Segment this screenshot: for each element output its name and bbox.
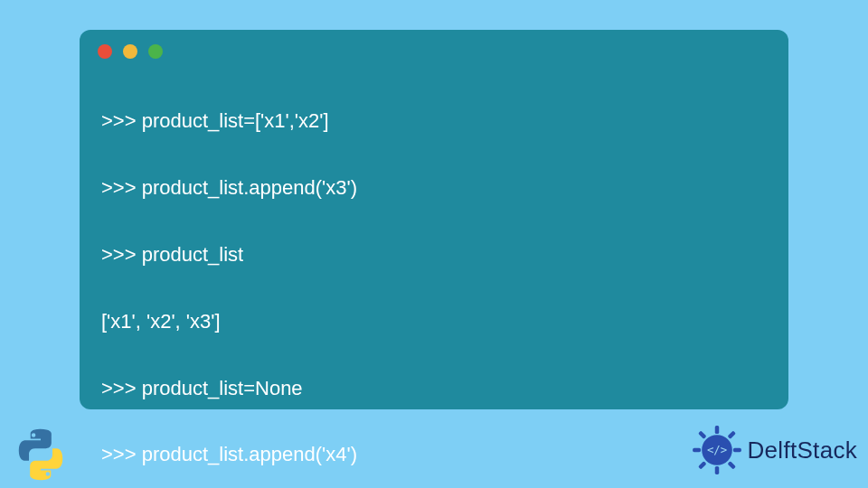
close-icon[interactable] <box>98 44 112 59</box>
maximize-icon[interactable] <box>148 44 163 59</box>
svg-text:</>: </> <box>706 444 726 456</box>
code-line: ['x1', 'x2', 'x3'] <box>101 305 767 339</box>
code-line: >>> product_list.append('x3') <box>101 172 767 205</box>
brand-gear-icon: </> <box>692 425 742 475</box>
svg-rect-3 <box>693 448 701 452</box>
code-line: >>> product_list=['x1','x2'] <box>101 105 767 138</box>
svg-rect-2 <box>714 466 718 474</box>
svg-rect-7 <box>727 430 736 439</box>
svg-rect-8 <box>698 461 707 470</box>
brand-name: DelftStack <box>748 436 858 465</box>
svg-rect-1 <box>714 426 718 434</box>
code-line: >>> product_list=None <box>101 372 767 406</box>
terminal-window: >>> product_list=['x1','x2'] >>> product… <box>80 30 788 409</box>
svg-rect-5 <box>698 430 707 439</box>
window-controls <box>98 44 767 59</box>
svg-rect-4 <box>732 448 741 452</box>
brand-badge: </> DelftStack <box>692 425 858 475</box>
terminal-output: >>> product_list=['x1','x2'] >>> product… <box>101 71 767 488</box>
code-line: >>> product_list.append('x4') <box>101 438 767 472</box>
code-line: >>> product_list <box>101 239 767 272</box>
minimize-icon[interactable] <box>123 44 137 59</box>
python-logo-icon <box>13 427 69 483</box>
svg-rect-6 <box>727 461 736 470</box>
